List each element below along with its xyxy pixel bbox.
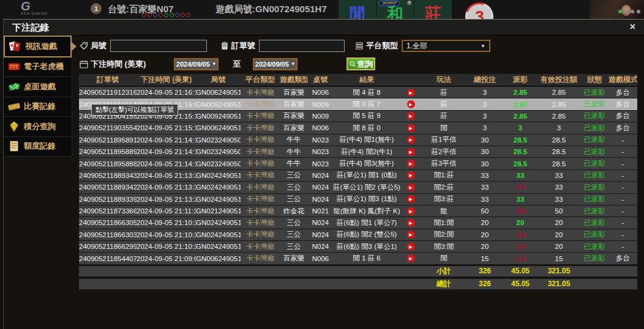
cell-order-number[interactable]: 240905211889342 [79, 183, 137, 191]
cell-platform: 卡卡灣廳 [241, 207, 280, 216]
roadmap-strip [142, 13, 190, 17]
cell-order-number[interactable]: 240905211889343 [79, 172, 137, 179]
cell-total-bet: 30 [466, 160, 503, 168]
replay-play-icon[interactable]: ▶ [407, 112, 415, 120]
cell-order-number[interactable]: 240905211895888 [79, 160, 137, 168]
replay-play-icon[interactable]: ▶ [407, 207, 415, 215]
cell-order-number[interactable]: 240905211866299 [79, 243, 137, 250]
cell-game-mode: - [608, 172, 637, 179]
replay-play-icon[interactable]: ▶ [407, 254, 415, 262]
bet-zone-player[interactable]: 閒 [339, 0, 376, 19]
table-row[interactable]: 240905211866303 2024-09-05 21:10:35 GN02… [79, 229, 637, 241]
cell-table-number: N024 [308, 231, 333, 238]
table-row[interactable]: 240905211903554 2024-09-05 21:15:11 GN00… [79, 122, 637, 134]
cell-play-type: 閒3:閒 [421, 242, 466, 251]
table-row[interactable]: 240905211866305 2024-09-05 21:10:35 GN02… [79, 217, 637, 229]
cell-order-number[interactable]: 240905211873366 [79, 207, 137, 215]
cell-order-number[interactable]: 240905211903554 [79, 124, 137, 131]
cell-payout: -33 [503, 183, 537, 191]
cell-bet-time: 2024-09-05 21:14:16 [137, 148, 196, 155]
jackpot-help-icon[interactable]: ? [407, 1, 411, 5]
replay-play-icon[interactable]: ▶ [407, 231, 415, 238]
slot-777-icon: 777 [7, 60, 21, 73]
cell-game-type: 三公 [280, 194, 308, 204]
cell-valid-bet: 2.85 [537, 101, 580, 108]
replay-play-icon[interactable]: ▶ [407, 124, 415, 132]
cell-result: 莊(牛4) 閒1(無牛) [333, 135, 400, 144]
sidebar-item-slots[interactable]: 777 電子老虎機 [4, 57, 72, 78]
table-row[interactable]: 240905211895889 2024-09-05 21:14:16 GN02… [79, 146, 637, 158]
sidebar-item-credit-records[interactable]: 額度記錄 [4, 137, 72, 157]
table-header: 訂單號下注時間 (美東)局號平台類型遊戲類型桌號結果玩法總投注派彩有效投注額狀態… [79, 74, 637, 87]
replay-play-icon[interactable]: ▶ [407, 89, 415, 97]
replay-play-icon[interactable]: ▶ [407, 160, 415, 168]
cell-status: 已派彩 [580, 135, 608, 144]
replay-play-icon[interactable]: ▶ [407, 219, 415, 227]
round-filter-label: 局號 [91, 40, 107, 51]
table-row[interactable]: 240905211889343 2024-09-05 21:13:30 GN02… [79, 170, 637, 182]
cell-game-mode: 多台 [608, 111, 637, 120]
cell-bet-time: 2024-09-05 21:10:34 [137, 243, 196, 250]
replay-play-icon[interactable]: ▶ [407, 171, 415, 179]
replay-play-icon[interactable]: ▶ [407, 148, 415, 156]
close-icon[interactable]: × [630, 21, 635, 32]
table-row[interactable]: 240905211895888 2024-09-05 21:14:16 GN02… [79, 158, 637, 169]
cell-total-bet: 33 [466, 172, 503, 179]
platform-type-select[interactable]: 1.全部 ▼ [402, 40, 490, 52]
table-row[interactable]: 240905211889342 2024-09-05 21:13:30 GN02… [79, 182, 637, 193]
replay-play-icon[interactable]: ▶ [407, 136, 415, 144]
cell-valid-bet: 2.85 [537, 89, 580, 96]
table-row[interactable]: 240905211854407 2024-09-05 21:09:06 GN00… [79, 253, 637, 264]
cell-order-number[interactable]: 240905211866305 [79, 219, 137, 226]
sidebar-item-table-games[interactable]: 桌面遊戲 [4, 77, 72, 97]
dealer-video [590, 0, 644, 19]
cell-order-number[interactable]: 240905211866303 [79, 231, 137, 238]
date-from-button[interactable]: 2024/09/05 ▼ [174, 58, 219, 70]
cell-status: 已派彩 [580, 124, 608, 133]
bet-zone-banker[interactable]: 莊 [414, 0, 452, 19]
sidebar-item-match-records[interactable]: 比賽記錄 [4, 97, 72, 117]
cell-play-type: 莊 [421, 100, 466, 109]
cell-play-type: 莊 [421, 111, 466, 120]
sidebar-item-video-games[interactable]: 9 視訊遊戲 [4, 35, 72, 57]
search-icon [349, 61, 356, 68]
search-button[interactable]: 查詢 [346, 57, 375, 70]
cell-table-number: N009 [308, 113, 333, 120]
bet-records-modal: 下注記錄 × 9 視訊遊戲 777 電子老虎機 [3, 19, 644, 329]
cell-order-number[interactable]: 240905211895889 [79, 148, 137, 155]
cell-result: 莊(單公1) 閒1 (0點) [333, 171, 400, 180]
table-row[interactable]: 240905211889339 2024-09-05 21:13:30 GN02… [79, 194, 637, 205]
table-number-badge: 1 [91, 3, 102, 14]
table-row[interactable]: 240905211873366 2024-09-05 21:11:30 GN02… [79, 205, 637, 217]
cell-table-number: N023 [308, 136, 333, 144]
cell-table-number: N024 [308, 243, 333, 250]
grand-total-payout: 45.05 [503, 279, 537, 288]
round-number-input[interactable] [110, 40, 207, 52]
cell-valid-bet: 28.5 [537, 148, 580, 155]
cell-play-type: 閒2:莊 [421, 183, 466, 192]
cell-valid-bet: 28.5 [537, 160, 580, 168]
cell-platform: 卡卡灣廳 [241, 218, 280, 227]
order-number-input[interactable] [259, 40, 345, 52]
cell-status: 已派彩 [580, 230, 608, 239]
cell-game-type: 百家樂 [280, 254, 308, 263]
cell-order-number[interactable]: 240905211889339 [79, 196, 137, 203]
cell-result: 閒 4 莊 8 [333, 88, 400, 97]
table-row[interactable]: 240905211866299 2024-09-05 21:10:34 GN02… [79, 241, 637, 253]
cell-table-number: N006 [308, 255, 333, 262]
cell-order-number[interactable]: 240905211854407 [79, 255, 137, 262]
cell-valid-bet: 2.85 [537, 113, 580, 120]
cell-play-type: 莊 [421, 88, 466, 97]
table-row[interactable]: 240905211912316 2024-09-05 21:16:13 GN00… [79, 87, 637, 98]
replay-play-icon[interactable]: ▶ [407, 243, 415, 251]
bet-zone-tie[interactable]: JACKPOT ? 和 [376, 0, 414, 19]
sidebar-item-points-query[interactable]: 積分查詢 [4, 117, 72, 137]
to-label: 至 [233, 59, 241, 70]
replay-play-icon[interactable]: ▶ [407, 100, 415, 108]
replay-play-icon[interactable]: ▶ [407, 183, 415, 191]
cell-order-number[interactable]: 240905211912316 [79, 89, 137, 96]
cell-order-number[interactable]: 240905211895891 [79, 136, 137, 144]
replay-play-icon[interactable]: ▶ [407, 195, 415, 203]
table-row[interactable]: 240905211895891 2024-09-05 21:14:16 GN02… [79, 135, 637, 146]
date-to-button[interactable]: 2024/09/05 ▼ [253, 58, 298, 70]
